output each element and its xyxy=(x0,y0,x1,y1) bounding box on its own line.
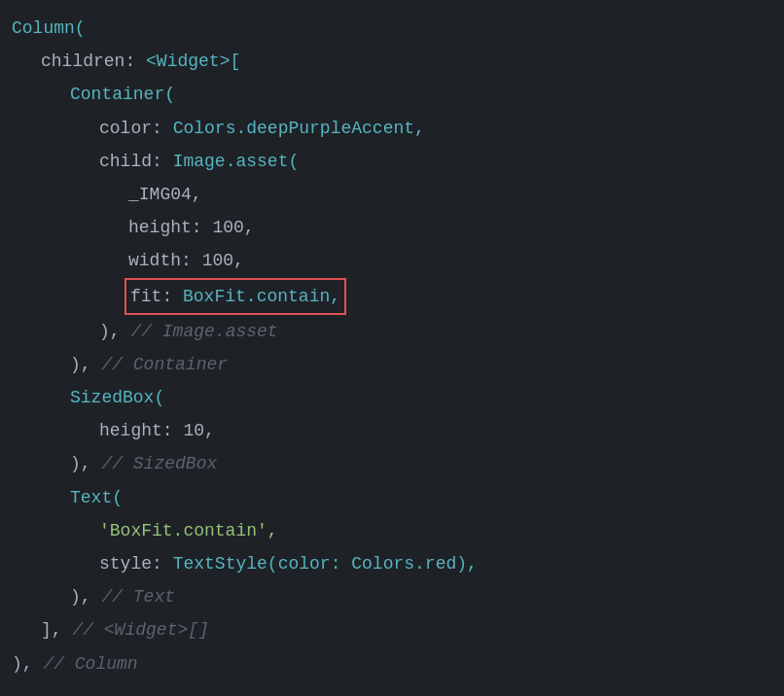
code-line: SizedBox( xyxy=(12,381,784,414)
code-token: 'BoxFit.contain', xyxy=(99,521,278,540)
code-line: 'BoxFit.contain', xyxy=(12,514,784,547)
code-line: style: TextStyle(color: Colors.red), xyxy=(12,547,784,580)
code-token: <Widget>[ xyxy=(146,52,240,71)
code-token: color: xyxy=(99,119,173,138)
code-token: children: xyxy=(41,52,146,71)
code-token: child: xyxy=(99,152,173,171)
code-line: child: Image.asset( xyxy=(12,145,784,178)
code-line: color: Colors.deepPurpleAccent, xyxy=(12,112,784,145)
code-line: _IMG04, xyxy=(12,178,784,211)
code-token: ), xyxy=(99,322,121,341)
code-token: // Column xyxy=(33,654,138,674)
code-line: ), // Image.asset xyxy=(12,315,784,348)
code-token: // Image.asset xyxy=(121,322,278,341)
code-line: ), // SizedBox xyxy=(12,447,784,480)
code-line: height: 100, xyxy=(12,211,784,244)
code-line: width: 100, xyxy=(12,244,784,277)
code-token: // SizedBox xyxy=(91,454,218,473)
code-token: 100, xyxy=(212,218,254,237)
code-token: Colors.deepPurpleAccent, xyxy=(173,119,425,138)
code-token: ], xyxy=(41,620,62,640)
code-editor: Column(children: <Widget>[Container(colo… xyxy=(12,12,784,680)
code-token: TextStyle(color: Colors.red), xyxy=(173,554,478,574)
code-token: height: xyxy=(128,218,212,237)
code-token: width: xyxy=(128,251,202,270)
code-token: // Text xyxy=(91,587,175,607)
code-token: 10, xyxy=(183,421,214,440)
code-line: ), // Text xyxy=(12,580,784,613)
code-line: Container( xyxy=(12,78,784,111)
code-token: ), xyxy=(70,454,91,473)
code-line: Column( xyxy=(12,12,784,45)
code-token: fit: xyxy=(130,287,183,306)
code-token: 100, xyxy=(202,251,244,270)
code-line: fit: BoxFit.contain, xyxy=(12,278,784,315)
code-token: // Container xyxy=(91,355,228,374)
code-token: _IMG04, xyxy=(128,185,202,204)
code-line: ), // Container xyxy=(12,348,784,381)
code-token: ), xyxy=(70,587,91,607)
code-token: Column( xyxy=(12,18,86,38)
code-token: // <Widget>[] xyxy=(62,620,209,640)
highlighted-code-segment: fit: BoxFit.contain, xyxy=(125,278,346,315)
code-line: ), // Column xyxy=(12,647,784,680)
code-line: Text( xyxy=(12,481,784,514)
code-line: height: 10, xyxy=(12,414,784,447)
code-token: Image.asset( xyxy=(173,152,300,171)
code-token: ), xyxy=(12,654,33,674)
code-token: SizedBox( xyxy=(70,388,164,407)
code-token: Text( xyxy=(70,488,123,507)
code-token: style: xyxy=(99,554,173,574)
code-token: ), xyxy=(70,355,91,374)
code-token: BoxFit.contain, xyxy=(183,287,340,306)
code-token: Container( xyxy=(70,85,175,104)
code-line: ], // <Widget>[] xyxy=(12,613,784,646)
code-line: children: <Widget>[ xyxy=(12,45,784,78)
code-token: height: xyxy=(99,421,183,440)
